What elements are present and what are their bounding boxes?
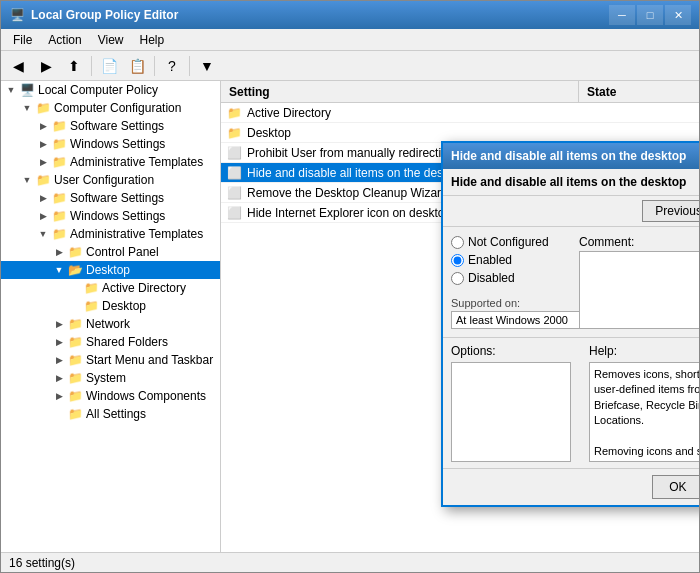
tree-label: Windows Components — [86, 389, 206, 403]
expand-icon: ▶ — [35, 139, 51, 149]
close-button[interactable]: ✕ — [665, 5, 691, 25]
dialog-footer: OK Cancel Apply — [443, 468, 699, 505]
dialog-title-bar: Hide and disable all items on the deskto… — [443, 143, 699, 169]
tree-label: Desktop — [86, 263, 130, 277]
dialog-navigation-toolbar: Previous Setting Next Setting — [443, 196, 699, 227]
tree-item-desktop[interactable]: ▼ 📂 Desktop — [1, 261, 220, 279]
tree-label: Control Panel — [86, 245, 159, 259]
expand-icon — [67, 283, 83, 293]
menu-view[interactable]: View — [90, 31, 132, 49]
help-button[interactable]: ? — [159, 54, 185, 78]
folder-icon: 📁 — [51, 118, 67, 134]
toolbar: ◀ ▶ ⬆ 📄 📋 ? ▼ — [1, 51, 699, 81]
folder-icon: 📁 — [67, 316, 83, 332]
column-setting[interactable]: Setting — [221, 81, 579, 102]
options-box — [451, 362, 571, 462]
tree-label: Network — [86, 317, 130, 331]
column-state[interactable]: State — [579, 81, 699, 102]
tree-label: User Configuration — [54, 173, 154, 187]
tree-item-software-settings-1[interactable]: ▶ 📁 Software Settings — [1, 117, 220, 135]
radio-not-configured[interactable]: Not Configured — [451, 235, 571, 249]
tree-item-admin-templates-2[interactable]: ▼ 📁 Administrative Templates — [1, 225, 220, 243]
ok-button[interactable]: OK — [652, 475, 699, 499]
expand-icon: ▶ — [35, 193, 51, 203]
folder-icon: 📁 — [67, 334, 83, 350]
tree-item-active-directory[interactable]: 📁 Active Directory — [1, 279, 220, 297]
menu-file[interactable]: File — [5, 31, 40, 49]
radio-not-configured-input[interactable] — [451, 236, 464, 249]
back-button[interactable]: ◀ — [5, 54, 31, 78]
tree-item-windows-components[interactable]: ▶ 📁 Windows Components — [1, 387, 220, 405]
tree-item-start-menu[interactable]: ▶ 📁 Start Menu and Taskbar — [1, 351, 220, 369]
tree-item-computer-configuration[interactable]: ▼ 📁 Computer Configuration — [1, 99, 220, 117]
window-icon: 🖥️ — [9, 7, 25, 23]
tree-label: Administrative Templates — [70, 227, 203, 241]
dialog-top-section: Not Configured Enabled Disabled — [443, 227, 699, 338]
tree-item-user-configuration[interactable]: ▼ 📁 User Configuration — [1, 171, 220, 189]
radio-disabled-input[interactable] — [451, 272, 464, 285]
folder-open-icon: 📂 — [67, 262, 83, 278]
expand-icon: ▼ — [35, 229, 51, 239]
tree-label: System — [86, 371, 126, 385]
supported-section: Supported on: At least Windows 2000 — [451, 297, 571, 329]
tree-item-system[interactable]: ▶ 📁 System — [1, 369, 220, 387]
tree-item-control-panel[interactable]: ▶ 📁 Control Panel — [1, 243, 220, 261]
folder-icon: 📁 — [67, 244, 83, 260]
tree-item-windows-settings-1[interactable]: ▶ 📁 Windows Settings — [1, 135, 220, 153]
list-header: Setting State — [221, 81, 699, 103]
tree-item-shared-folders[interactable]: ▶ 📁 Shared Folders — [1, 333, 220, 351]
forward-button[interactable]: ▶ — [33, 54, 59, 78]
radio-enabled[interactable]: Enabled — [451, 253, 571, 267]
tree-item-local-computer-policy[interactable]: ▼ 🖥️ Local Computer Policy — [1, 81, 220, 99]
tree-label: Start Menu and Taskbar — [86, 353, 213, 367]
minimize-button[interactable]: ─ — [609, 5, 635, 25]
comment-label: Comment: — [579, 235, 699, 249]
folder-icon: 📁 — [35, 100, 51, 116]
options-label: Options: — [451, 344, 581, 358]
row-name: Active Directory — [247, 106, 579, 120]
tree-item-admin-templates-1[interactable]: ▶ 📁 Administrative Templates — [1, 153, 220, 171]
view-button[interactable]: 📋 — [124, 54, 150, 78]
folder-icon: 📁 — [51, 190, 67, 206]
dialog-content: Not Configured Enabled Disabled — [443, 227, 699, 468]
tree-label: Software Settings — [70, 119, 164, 133]
dialog-right-column: Comment: — [579, 235, 699, 329]
maximize-button[interactable]: □ — [637, 5, 663, 25]
policy-icon: ⬜ — [225, 184, 243, 202]
computer-icon: 🖥️ — [19, 82, 35, 98]
window-controls: ─ □ ✕ — [609, 5, 691, 25]
tree-item-windows-settings-2[interactable]: ▶ 📁 Windows Settings — [1, 207, 220, 225]
tree-item-all-settings[interactable]: 📁 All Settings — [1, 405, 220, 423]
list-row-active-directory[interactable]: 📁 Active Directory — [221, 103, 699, 123]
list-row-desktop[interactable]: 📁 Desktop — [221, 123, 699, 143]
tree-item-network[interactable]: ▶ 📁 Network — [1, 315, 220, 333]
tree-label: Local Computer Policy — [38, 83, 158, 97]
filter-button[interactable]: ▼ — [194, 54, 220, 78]
tree-item-desktop-sub[interactable]: 📁 Desktop — [1, 297, 220, 315]
show-hide-button[interactable]: 📄 — [96, 54, 122, 78]
help-column: Help: Removes icons, shortcuts, and othe… — [589, 344, 699, 462]
comment-textarea[interactable] — [579, 251, 699, 329]
up-button[interactable]: ⬆ — [61, 54, 87, 78]
status-text: 16 setting(s) — [9, 556, 75, 570]
radio-disabled[interactable]: Disabled — [451, 271, 571, 285]
tree-label: Administrative Templates — [70, 155, 203, 169]
folder-icon: 📁 — [51, 226, 67, 242]
radio-enabled-input[interactable] — [451, 254, 464, 267]
menu-help[interactable]: Help — [132, 31, 173, 49]
previous-setting-button[interactable]: Previous Setting — [642, 200, 699, 222]
folder-icon: 📁 — [51, 154, 67, 170]
expand-icon: ▼ — [19, 175, 35, 185]
dialog-bottom-section: Options: Help: Removes icons, shortcuts,… — [443, 338, 699, 468]
menu-action[interactable]: Action — [40, 31, 89, 49]
expand-icon: ▶ — [51, 373, 67, 383]
radio-group: Not Configured Enabled Disabled — [451, 235, 571, 285]
expand-icon — [67, 301, 83, 311]
policy-icon: ⬜ — [225, 164, 243, 182]
tree-item-software-settings-2[interactable]: ▶ 📁 Software Settings — [1, 189, 220, 207]
expand-icon: ▼ — [51, 265, 67, 275]
expand-icon: ▼ — [19, 103, 35, 113]
folder-icon: 📁 — [67, 370, 83, 386]
expand-icon: ▶ — [51, 337, 67, 347]
tree-label: Windows Settings — [70, 209, 165, 223]
